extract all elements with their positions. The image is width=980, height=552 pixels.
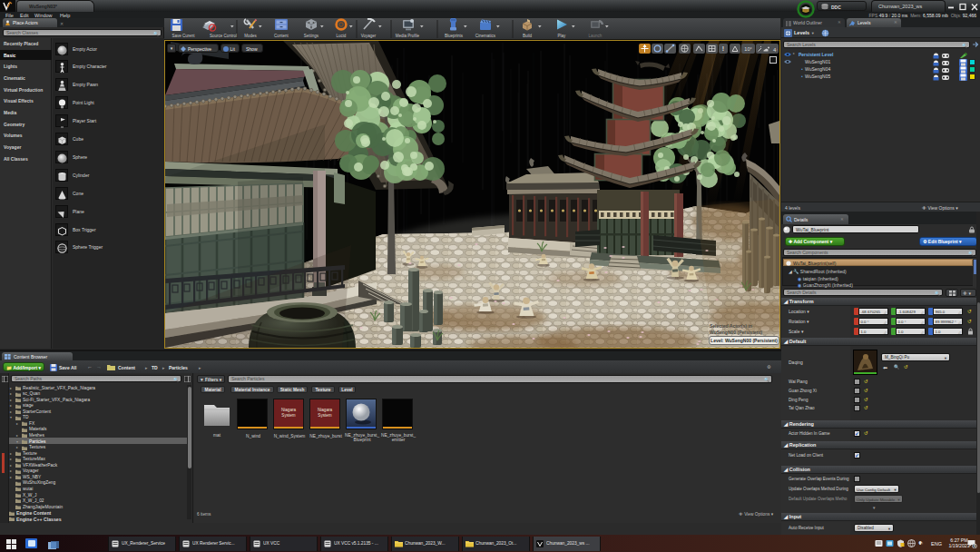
svg-text:!: !: [722, 45, 724, 52]
svg-text:10°: 10°: [744, 46, 751, 52]
